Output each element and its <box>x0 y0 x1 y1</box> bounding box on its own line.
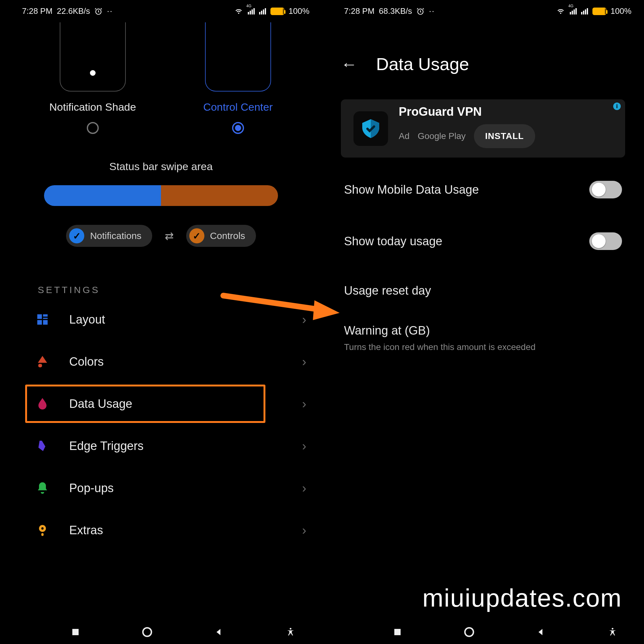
chevron-right-icon: › <box>302 355 306 369</box>
pref-warning[interactable]: Warning at (GB) Turns the icon red when … <box>322 314 644 363</box>
check-icon: ✓ <box>189 228 204 243</box>
layout-icon <box>35 312 50 327</box>
setting-edge-triggers[interactable]: Edge Triggers › <box>0 425 322 467</box>
radio-control-center[interactable] <box>232 122 244 134</box>
ad-title: ProGuard VPN <box>399 105 616 119</box>
svg-rect-9 <box>72 629 79 635</box>
svg-rect-2 <box>43 314 48 317</box>
pref-show-today[interactable]: Show today usage <box>322 215 644 267</box>
setting-label: Data Usage <box>69 397 283 411</box>
control-center-label: Control Center <box>203 101 273 113</box>
nav-accessibility-icon[interactable] <box>284 626 297 638</box>
control-center-preview <box>205 22 271 92</box>
right-screenshot: 7:28 PM 68.3KB/s ·· 100% ← Data Usage <box>322 0 644 644</box>
toggle-show-today[interactable] <box>589 232 622 250</box>
extras-icon <box>35 522 50 538</box>
swipe-area-blue <box>44 185 161 206</box>
nav-recent-icon[interactable] <box>69 626 82 638</box>
radio-notification-shade[interactable] <box>87 122 99 134</box>
chevron-right-icon: › <box>302 439 306 453</box>
setting-label: Colors <box>69 355 283 369</box>
battery-icon <box>592 8 606 15</box>
chip-notifications[interactable]: ✓ Notifications <box>66 225 152 247</box>
svg-point-10 <box>143 628 152 636</box>
nav-back-icon[interactable] <box>535 626 547 638</box>
ad-app-icon <box>353 111 388 146</box>
toggle-show-mobile[interactable] <box>589 181 622 198</box>
left-screenshot: 7:28 PM 22.6KB/s ·· 100% <box>0 0 322 644</box>
ad-info-icon[interactable]: i <box>613 103 621 110</box>
nav-recent-icon[interactable] <box>391 626 404 638</box>
more-dots-icon: ·· <box>429 6 435 16</box>
setting-layout[interactable]: Layout › <box>0 298 322 341</box>
battery-icon <box>270 8 284 15</box>
swipe-area-bar[interactable] <box>44 185 278 206</box>
alarm-icon <box>416 7 425 15</box>
svg-rect-4 <box>37 320 42 325</box>
data-usage-icon <box>35 396 50 412</box>
signal-icon <box>259 8 266 14</box>
colors-icon <box>35 354 50 369</box>
status-battery-pct: 100% <box>611 6 632 16</box>
svg-point-14 <box>465 628 474 636</box>
style-option-control-center[interactable]: Control Center <box>203 22 273 135</box>
chevron-right-icon: › <box>302 481 306 495</box>
swipe-area-orange <box>161 185 278 206</box>
nav-bar <box>69 626 297 638</box>
swap-icon[interactable]: ⇄ <box>165 230 174 242</box>
style-option-notification-shade[interactable]: Notification Shade <box>49 22 136 135</box>
setting-popups[interactable]: Pop-ups › <box>0 467 322 509</box>
setting-label: Layout <box>69 313 283 326</box>
nav-home-icon[interactable] <box>141 626 153 638</box>
chip-notifications-label: Notifications <box>90 230 141 241</box>
chevron-right-icon: › <box>302 313 306 327</box>
svg-rect-5 <box>43 320 48 325</box>
pref-label: Warning at (GB) <box>344 324 622 337</box>
page-title: Data Usage <box>376 54 469 74</box>
pref-show-mobile[interactable]: Show Mobile Data Usage <box>322 164 644 215</box>
alarm-icon <box>94 7 103 15</box>
chevron-right-icon: › <box>302 397 306 411</box>
svg-point-11 <box>290 628 291 630</box>
pref-label: Show today usage <box>344 235 442 248</box>
nav-bar <box>391 626 619 638</box>
nav-accessibility-icon[interactable] <box>606 626 619 638</box>
setting-label: Pop-ups <box>69 481 283 495</box>
signal-4g-icon <box>248 8 255 14</box>
status-time: 7:28 PM <box>344 6 375 16</box>
swipe-area-title: Status bar swipe area <box>0 160 322 173</box>
status-battery-pct: 100% <box>289 6 310 16</box>
install-button[interactable]: INSTALL <box>474 124 535 148</box>
svg-point-7 <box>41 527 43 530</box>
setting-data-usage[interactable]: Data Usage › <box>0 383 322 425</box>
check-icon: ✓ <box>69 228 84 243</box>
nav-back-icon[interactable] <box>213 626 225 638</box>
status-bar: 7:28 PM 68.3KB/s ·· 100% <box>322 0 644 16</box>
section-settings-label: SETTINGS <box>38 285 322 295</box>
status-netspeed: 22.6KB/s <box>57 6 90 16</box>
popups-icon <box>35 480 50 496</box>
wifi-icon <box>556 8 565 15</box>
nav-home-icon[interactable] <box>463 626 475 638</box>
setting-extras[interactable]: Extras › <box>0 509 322 551</box>
svg-point-15 <box>612 628 613 630</box>
chip-controls[interactable]: ✓ Controls <box>186 225 256 247</box>
notification-shade-label: Notification Shade <box>49 101 136 113</box>
chip-controls-label: Controls <box>210 230 245 241</box>
pref-label: Show Mobile Data Usage <box>344 183 479 197</box>
svg-rect-1 <box>37 314 42 319</box>
svg-rect-13 <box>394 629 401 635</box>
status-time: 7:28 PM <box>22 6 53 16</box>
pref-reset-day[interactable]: Usage reset day <box>322 267 644 314</box>
setting-colors[interactable]: Colors › <box>0 341 322 383</box>
status-bar: 7:28 PM 22.6KB/s ·· 100% <box>0 0 322 16</box>
back-arrow-icon[interactable]: ← <box>341 55 357 74</box>
status-netspeed: 68.3KB/s <box>379 6 412 16</box>
pref-label: Usage reset day <box>344 284 431 297</box>
watermark: miuiupdates.com <box>422 584 622 613</box>
wifi-icon <box>234 8 243 15</box>
ad-card[interactable]: i ProGuard VPN Ad Google Play INSTALL <box>341 99 625 158</box>
signal-4g-icon <box>570 8 577 14</box>
chevron-right-icon: › <box>302 523 306 537</box>
ad-tag: Ad <box>399 131 409 141</box>
